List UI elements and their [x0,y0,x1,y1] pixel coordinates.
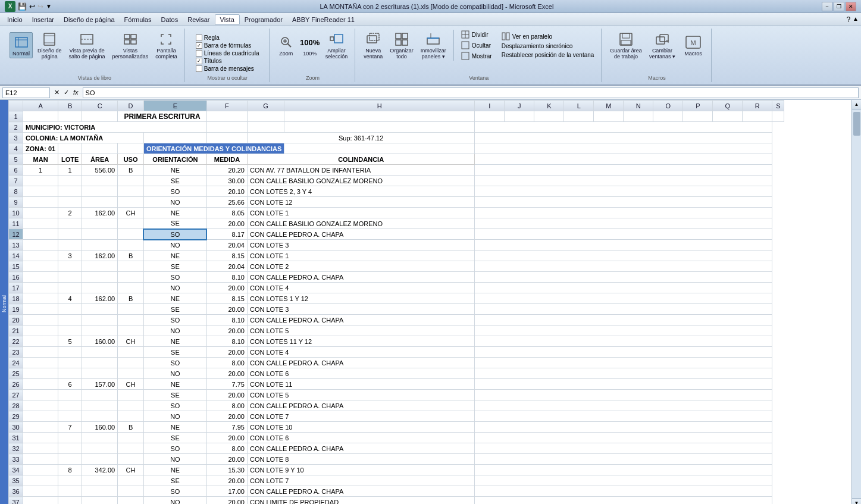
cell-D18[interactable]: B [118,293,144,304]
cell-F19[interactable]: 20.00 [206,304,247,315]
quick-access-redo[interactable]: ↪ [37,2,43,11]
cell-E31[interactable]: SE [143,433,206,443]
cell-A36[interactable] [23,486,58,497]
cell-G7[interactable]: CON CALLE BASILIO GONZALEZ MORENO [247,176,474,186]
cell-C33[interactable] [82,454,118,465]
cell-A29[interactable] [23,411,58,422]
checkbox-barra[interactable] [196,65,202,72]
cell-E15[interactable]: SE [143,261,206,272]
formula-input[interactable]: SO [83,87,859,98]
cell-E26[interactable]: NE [143,379,206,390]
menu-insertar[interactable]: Insertar [27,15,59,24]
cell-C22[interactable]: 160.00 [82,336,118,347]
cell-I1[interactable] [475,111,505,122]
cell-B6[interactable]: 1 [58,165,82,176]
cell-B11[interactable] [58,218,82,229]
cell-C17[interactable] [82,283,118,293]
cell-A13[interactable] [23,240,58,251]
cell-C10[interactable]: 162.00 [82,208,118,218]
cell-rest-32[interactable] [475,443,772,454]
cell-A30[interactable] [23,422,58,433]
cell-rest-6[interactable] [475,165,772,176]
cell-F6[interactable]: 20.20 [206,165,247,176]
cell-rest-28[interactable] [475,400,772,411]
cell-rest-9[interactable] [475,197,772,208]
cell-B20[interactable] [58,315,82,325]
cell-rest-8[interactable] [475,186,772,197]
cell-D6[interactable]: B [118,165,144,176]
cell-rest-17[interactable] [475,283,772,293]
cell-H2[interactable] [284,122,475,133]
cell-B31[interactable] [58,433,82,443]
cell-A1[interactable] [23,111,58,122]
cell-F23[interactable]: 20.00 [206,347,247,358]
cell-G3[interactable]: Sup: 361-47.12 [247,133,474,143]
cell-A26[interactable] [23,379,58,390]
cell-C23[interactable] [82,347,118,358]
cell-rest-10[interactable] [475,208,772,218]
ribbon-btn-diseno[interactable]: Diseño depágina [35,30,64,61]
cell-D15[interactable] [118,261,144,272]
cell-G2[interactable] [247,122,284,133]
cell-rest-15[interactable] [475,261,772,272]
cell-rest-24[interactable] [475,358,772,368]
cell-D31[interactable] [118,433,144,443]
cell-rest-29[interactable] [475,411,772,422]
cell-E33[interactable]: NO [143,454,206,465]
cell-rest-33[interactable] [475,454,772,465]
cell-D33[interactable] [118,454,144,465]
cell-C26[interactable]: 157.00 [82,379,118,390]
cell-C1[interactable] [82,111,118,122]
cell-F17[interactable]: 20.00 [206,283,247,293]
cell-rest-5[interactable] [475,154,772,165]
cell-F30[interactable]: 7.95 [206,422,247,433]
ribbon-btn-salto[interactable]: Vista previa desalto de página [67,30,108,61]
cell-D14[interactable]: B [118,251,144,261]
cell-B36[interactable] [58,486,82,497]
cell-B27[interactable] [58,390,82,400]
cell-D28[interactable] [118,400,144,411]
cell-F13[interactable]: 20.04 [206,240,247,251]
cell-C6[interactable]: 556.00 [82,165,118,176]
ribbon-btn-pantalla[interactable]: Pantallacompleta [153,30,180,61]
cell-A31[interactable] [23,433,58,443]
cell-D13[interactable] [118,240,144,251]
cell-F22[interactable]: 8.10 [206,336,247,347]
cell-B24[interactable] [58,358,82,368]
ribbon-btn-restablecer[interactable]: Restablecer posición de la ventana [499,51,597,59]
cell-D35[interactable] [118,475,144,486]
cell-rest-12[interactable] [475,229,772,240]
col-header-Q[interactable]: Q [713,101,743,111]
cell-A37[interactable] [23,497,58,505]
cell-E7[interactable]: SE [143,176,206,186]
cell-C4[interactable] [82,143,118,154]
cell-rest-2[interactable] [475,122,772,133]
cell-A32[interactable] [23,443,58,454]
cell-B22[interactable]: 5 [58,336,82,347]
cell-rest-37[interactable] [475,497,772,505]
checkbox-titulos[interactable]: ✓ [196,58,202,64]
cell-E29[interactable]: NO [143,411,206,422]
scroll-up-btn[interactable]: ▲ [852,100,862,109]
ribbon-btn-mostrar[interactable]: Mostrar [459,51,494,61]
cell-G14[interactable]: CON LOTE 1 [247,251,474,261]
customize-quick-access[interactable]: ▼ [46,3,52,10]
cell-A18[interactable] [23,293,58,304]
cell-P1[interactable] [683,111,713,122]
quick-access-save[interactable]: 💾 [18,2,27,11]
cell-A19[interactable] [23,304,58,315]
cell-E37[interactable]: NO [143,497,206,505]
cell-F10[interactable]: 8.05 [206,208,247,218]
col-header-R[interactable]: R [743,101,772,111]
ribbon-btn-paralelo[interactable]: Ver en paralelo [499,32,597,41]
cell-B5[interactable]: LOTE [58,154,82,165]
cell-B13[interactable] [58,240,82,251]
cell-F15[interactable]: 20.04 [206,261,247,272]
cell-E21[interactable]: NO [143,325,206,336]
cell-A22[interactable] [23,336,58,347]
cell-D26[interactable]: CH [118,379,144,390]
cell-B29[interactable] [58,411,82,422]
cell-A7[interactable] [23,176,58,186]
cell-C30[interactable]: 160.00 [82,422,118,433]
menu-programador[interactable]: Programador [240,15,287,24]
